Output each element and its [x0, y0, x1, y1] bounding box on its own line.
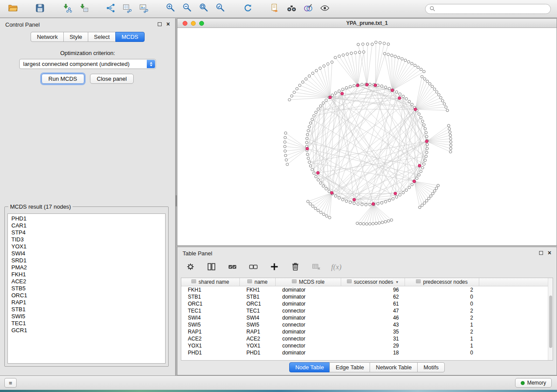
- table-row[interactable]: RAP1RAP1dominator352: [181, 328, 553, 335]
- deselect-all-button[interactable]: [247, 261, 259, 273]
- export-image-button[interactable]: [135, 2, 152, 16]
- mcds-result-item[interactable]: PHD1: [11, 215, 165, 222]
- mcds-result-item[interactable]: ORC1: [11, 292, 165, 299]
- mcds-result-item[interactable]: FKH1: [11, 271, 165, 278]
- table-tab-network-table[interactable]: Network Table: [370, 362, 418, 372]
- table-row[interactable]: TEC1TEC1connector472: [181, 307, 553, 314]
- column-header-predecessor-nodes[interactable]: predecessor nodes: [405, 278, 479, 286]
- table-row[interactable]: PHD1PHD1dominator180: [181, 349, 553, 356]
- copy-document-button[interactable]: [266, 2, 283, 16]
- export-table-icon: [122, 3, 132, 14]
- column-sort-icon: [347, 279, 352, 285]
- table-scrollbar-thumb[interactable]: [549, 296, 552, 348]
- mcds-result-item[interactable]: SWI5: [11, 313, 165, 320]
- zoom-selected-button[interactable]: [212, 2, 229, 16]
- zoom-out-button[interactable]: [179, 2, 196, 16]
- table-cell: 62: [341, 294, 405, 300]
- criterion-dropdown[interactable]: largest connected component (undirected): [19, 59, 156, 69]
- mcds-result-item[interactable]: RAP1: [11, 299, 165, 306]
- close-panel-button[interactable]: Close panel: [90, 74, 134, 84]
- panel-menu-button[interactable]: ≡: [4, 378, 17, 388]
- table-row[interactable]: SWI5SWI5connector431: [181, 321, 553, 328]
- memory-button[interactable]: Memory: [515, 378, 552, 388]
- search-network-button[interactable]: [283, 2, 300, 16]
- column-header-name[interactable]: name: [240, 278, 276, 286]
- function-builder-label: f(x): [331, 263, 342, 272]
- tab-mcds[interactable]: MCDS: [115, 32, 144, 42]
- table-row[interactable]: ORC1ORC1dominator610: [181, 300, 553, 307]
- mcds-result-item[interactable]: CAR1: [11, 222, 165, 229]
- table-row[interactable]: STB1STB1dominator620: [181, 293, 553, 300]
- table-row[interactable]: SWI4SWI4dominator462: [181, 314, 553, 321]
- table-cell: 0: [405, 301, 479, 307]
- zoom-in-button[interactable]: [163, 2, 179, 16]
- mcds-result-list[interactable]: PHD1CAR1STP4TID3YOX1SWI4SRD1PMA2FKH1ACE2…: [7, 213, 166, 364]
- column-header-MCDS-role[interactable]: MCDS role: [276, 278, 341, 286]
- mcds-result-item[interactable]: STB1: [11, 306, 165, 313]
- mcds-result-item[interactable]: SWI4: [11, 250, 165, 257]
- refresh-layout-button[interactable]: [239, 2, 256, 16]
- select-all-button[interactable]: [226, 261, 239, 273]
- toolbar-group: [163, 2, 229, 16]
- mcds-result-item[interactable]: STP4: [11, 229, 165, 236]
- mcds-result-item[interactable]: ACE2: [11, 278, 165, 285]
- table-row[interactable]: FKH1FKH1dominator962: [181, 286, 553, 293]
- close-panel-icon[interactable]: ×: [166, 22, 170, 26]
- tab-network[interactable]: Network: [31, 32, 64, 42]
- mcds-result-item[interactable]: STB5: [11, 285, 165, 292]
- close-table-panel-icon[interactable]: ×: [548, 251, 551, 255]
- network-canvas[interactable]: [177, 28, 557, 245]
- import-table-icon: [79, 3, 89, 14]
- show-columns-button[interactable]: [205, 261, 218, 273]
- tab-style[interactable]: Style: [63, 32, 88, 42]
- table-tab-edge-table[interactable]: Edge Table: [329, 362, 370, 372]
- table-tab-motifs[interactable]: Motifs: [417, 362, 445, 372]
- float-table-panel-icon[interactable]: [539, 251, 543, 255]
- float-panel-icon[interactable]: [158, 22, 162, 26]
- column-header-successor-nodes[interactable]: successor nodes▼: [341, 278, 405, 286]
- add-row-button[interactable]: [268, 261, 280, 273]
- search-box[interactable]: [425, 4, 551, 14]
- table-cell: SWI4: [181, 315, 240, 321]
- table-row[interactable]: YOX1YOX1connector291: [181, 342, 553, 349]
- column-filter-caret-icon[interactable]: ▼: [395, 280, 399, 284]
- apply-style-button[interactable]: [300, 2, 316, 16]
- mcds-result-item[interactable]: PMA2: [11, 264, 165, 271]
- table-tab-node-table[interactable]: Node Table: [289, 362, 330, 372]
- import-table-button[interactable]: [75, 2, 92, 16]
- window-close-icon[interactable]: [183, 21, 187, 26]
- open-folder-button[interactable]: [4, 2, 21, 16]
- settings-gear-button[interactable]: [184, 261, 197, 273]
- export-table-button[interactable]: [119, 2, 135, 16]
- table-cell: dominator: [276, 294, 341, 300]
- column-header-shared-name[interactable]: shared name: [181, 278, 240, 286]
- table-cell: connector: [276, 308, 341, 314]
- import-network-button[interactable]: [59, 2, 75, 16]
- new-network-button[interactable]: [102, 2, 119, 16]
- column-sort-icon: [292, 279, 297, 285]
- show-graphics-button[interactable]: [316, 2, 333, 16]
- table-cell: ACE2: [240, 336, 276, 342]
- run-mcds-button[interactable]: Run MCDS: [42, 74, 84, 84]
- search-input[interactable]: [438, 6, 547, 13]
- mcds-result-item[interactable]: YOX1: [11, 243, 165, 250]
- table-scrollbar[interactable]: [548, 278, 553, 360]
- network-graph[interactable]: [177, 28, 557, 245]
- mcds-result-item[interactable]: GCR1: [11, 327, 165, 334]
- memory-label: Memory: [527, 380, 546, 386]
- table-cell: FKH1: [181, 287, 240, 293]
- table-cell: dominator: [276, 301, 341, 307]
- mcds-result-item[interactable]: TID3: [11, 236, 165, 243]
- table-cell: PHD1: [240, 350, 276, 356]
- tab-select[interactable]: Select: [88, 32, 116, 42]
- window-zoom-icon[interactable]: [199, 21, 204, 26]
- table-row[interactable]: ACE2ACE2connector311: [181, 335, 553, 342]
- node-table: shared namenameMCDS rolesuccessor nodes▼…: [181, 278, 553, 361]
- save-button[interactable]: [31, 2, 48, 16]
- mcds-result-item[interactable]: TEC1: [11, 320, 165, 327]
- search-network-icon: [287, 3, 297, 14]
- window-minimize-icon[interactable]: [191, 21, 196, 26]
- delete-rows-button[interactable]: [289, 261, 301, 273]
- mcds-result-item[interactable]: SRD1: [11, 257, 165, 264]
- zoom-fit-button[interactable]: [196, 2, 212, 16]
